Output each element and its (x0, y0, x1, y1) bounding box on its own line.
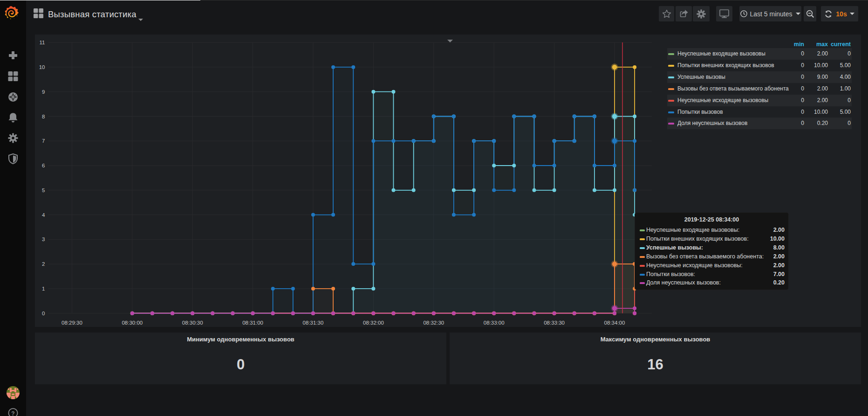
svg-text:11: 11 (40, 40, 45, 45)
svg-text:6: 6 (42, 163, 45, 168)
svg-text:08:31:00: 08:31:00 (242, 320, 263, 326)
svg-text:0: 0 (42, 311, 45, 316)
svg-text:7: 7 (42, 138, 45, 144)
svg-text:08:32:30: 08:32:30 (423, 320, 444, 326)
svg-text:5: 5 (42, 187, 45, 193)
svg-text:08:29:30: 08:29:30 (62, 320, 82, 326)
svg-text:10: 10 (39, 64, 45, 70)
svg-text:?: ? (11, 410, 14, 416)
svg-text:2: 2 (42, 261, 45, 267)
svg-text:8: 8 (42, 114, 45, 119)
svg-text:4: 4 (42, 212, 45, 218)
svg-text:08:33:30: 08:33:30 (544, 320, 565, 326)
svg-text:08:30:00: 08:30:00 (122, 320, 143, 326)
svg-text:08:30:30: 08:30:30 (182, 320, 203, 326)
svg-text:08:32:00: 08:32:00 (363, 320, 384, 326)
svg-text:08:34:00: 08:34:00 (604, 320, 625, 326)
svg-text:08:31:30: 08:31:30 (303, 320, 324, 326)
svg-text:9: 9 (42, 89, 45, 95)
svg-text:1: 1 (42, 286, 45, 291)
svg-text:08:33:00: 08:33:00 (484, 320, 505, 326)
svg-text:3: 3 (42, 236, 45, 242)
